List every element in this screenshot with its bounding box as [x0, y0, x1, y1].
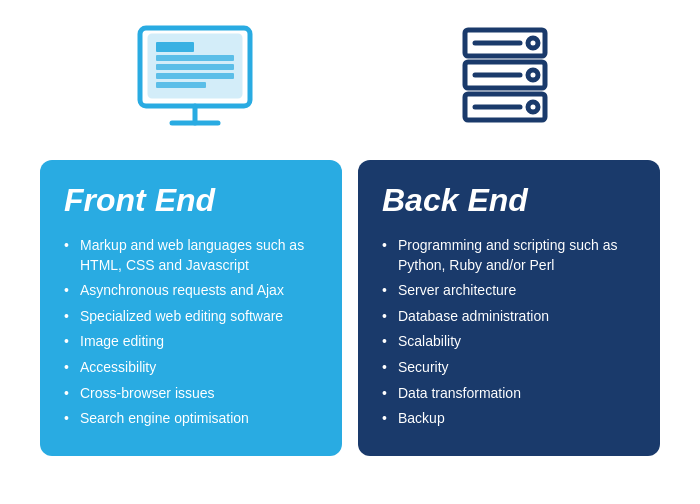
- list-item: Data transformation: [382, 381, 636, 407]
- list-item: Cross-browser issues: [64, 381, 318, 407]
- list-item: Backup: [382, 406, 636, 432]
- list-item: Specialized web editing software: [64, 304, 318, 330]
- icons-row: [40, 20, 660, 150]
- frontend-card: Front End Markup and web languages such …: [40, 160, 342, 456]
- monitor-icon: [130, 20, 260, 140]
- backend-list: Programming and scripting such as Python…: [382, 233, 636, 432]
- list-item: Programming and scripting such as Python…: [382, 233, 636, 278]
- svg-point-14: [528, 70, 538, 80]
- svg-rect-6: [156, 82, 206, 88]
- server-icon-wrapper: [350, 20, 660, 150]
- cards-section: Front End Markup and web languages such …: [40, 160, 660, 456]
- frontend-title: Front End: [64, 182, 318, 219]
- list-item: Server architecture: [382, 278, 636, 304]
- list-item: Markup and web languages such as HTML, C…: [64, 233, 318, 278]
- list-item: Accessibility: [64, 355, 318, 381]
- svg-rect-5: [156, 73, 234, 79]
- list-item: Database administration: [382, 304, 636, 330]
- backend-card: Back End Programming and scripting such …: [358, 160, 660, 456]
- frontend-list: Markup and web languages such as HTML, C…: [64, 233, 318, 432]
- list-item: Image editing: [64, 329, 318, 355]
- server-icon: [445, 20, 565, 140]
- svg-point-11: [528, 38, 538, 48]
- list-item: Asynchronous requests and Ajax: [64, 278, 318, 304]
- backend-title: Back End: [382, 182, 636, 219]
- list-item: Security: [382, 355, 636, 381]
- svg-rect-2: [156, 42, 194, 52]
- monitor-icon-wrapper: [40, 20, 350, 150]
- list-item: Scalability: [382, 329, 636, 355]
- svg-rect-3: [156, 55, 234, 61]
- list-item: Search engine optimisation: [64, 406, 318, 432]
- svg-point-17: [528, 102, 538, 112]
- svg-rect-4: [156, 64, 234, 70]
